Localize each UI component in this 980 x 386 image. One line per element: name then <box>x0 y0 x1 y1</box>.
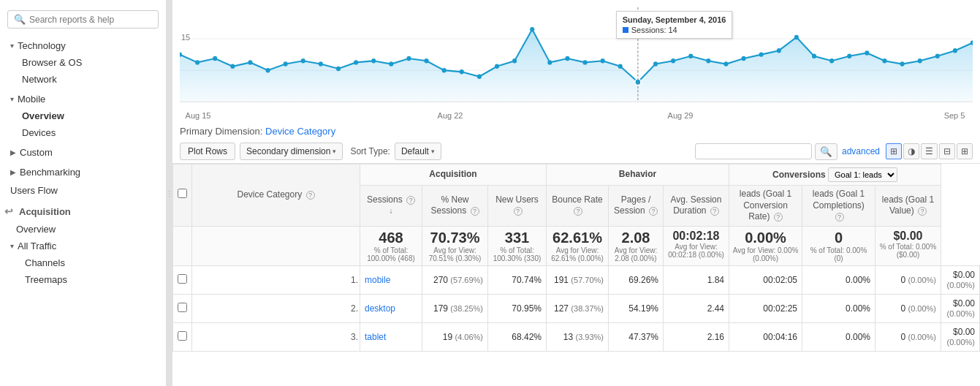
row-pct-new-mobile: 70.74% <box>488 265 547 294</box>
help-icon[interactable]: ? <box>774 213 783 222</box>
conversions-header: Conversions Goal 1: leads <box>729 164 941 186</box>
svg-point-41 <box>847 54 851 58</box>
sidebar-item-technology[interactable]: ▾ Technology <box>0 37 166 54</box>
table-search-button[interactable]: 🔍 <box>815 143 837 160</box>
totals-avg-session: 00:02:18 Avg for View: 00:02:18 (0.00%) <box>664 226 729 265</box>
row-bounce-desktop: 54.19% <box>609 294 664 322</box>
row-dim-tablet[interactable]: tablet <box>360 322 422 351</box>
svg-point-23 <box>530 27 534 31</box>
svg-point-28 <box>618 64 623 69</box>
arrow-right-icon: ▶ <box>10 168 16 176</box>
row-checkbox[interactable] <box>178 274 187 284</box>
sidebar-item-devices[interactable]: Devices <box>0 124 166 141</box>
row-new-users-desktop: 127 (38.37%) <box>547 294 609 322</box>
sort-default-dropdown[interactable]: Default ▾ <box>395 143 441 160</box>
bounce-rate-col-header: Bounce Rate ? <box>547 186 609 227</box>
arrow-icon: ▾ <box>10 95 14 103</box>
help-icon[interactable]: ? <box>649 207 658 216</box>
row-new-users-mobile: 191 (57.70%) <box>547 265 609 294</box>
select-all-header[interactable] <box>173 164 192 227</box>
totals-leads-rate: 0.00% Avg for View: 0.00% (0.00%) <box>729 226 802 265</box>
xaxis-label-3: Sep 5 <box>936 111 973 120</box>
svg-point-4 <box>195 60 200 64</box>
row-pct-new-tablet: 68.42% <box>488 322 547 351</box>
help-icon[interactable]: ? <box>710 207 719 216</box>
row-sessions-mobile: 270 (57.69%) <box>422 265 488 294</box>
row-dim-mobile[interactable]: mobile <box>360 265 422 294</box>
sidebar-item-label: Devices <box>22 127 56 138</box>
row-leads-comp-desktop: 0 (0.00%) <box>875 294 941 322</box>
chart-container: 15 <box>180 7 973 110</box>
sidebar-item-mobile[interactable]: ▾ Mobile <box>0 91 166 107</box>
select-all-checkbox[interactable] <box>178 189 187 198</box>
search-box[interactable]: 🔍 <box>7 10 159 29</box>
sidebar-section-technology: ▾ Technology Browser & OS Network <box>0 36 166 89</box>
svg-point-19 <box>460 69 464 74</box>
row-checkbox[interactable] <box>178 303 187 312</box>
sidebar-item-overview[interactable]: Overview <box>0 107 166 124</box>
sidebar-resize-handle[interactable]: ⋮ <box>167 0 172 386</box>
view-pivot-button[interactable]: ⊞ <box>957 143 973 159</box>
svg-point-44 <box>900 61 905 66</box>
help-icon[interactable]: ? <box>574 207 582 216</box>
view-compare-button[interactable]: ⊟ <box>939 143 955 159</box>
secondary-dimension-dropdown[interactable]: Secondary dimension ▾ <box>240 143 343 160</box>
view-pie-button[interactable]: ◑ <box>903 143 919 159</box>
sidebar-item-users-flow[interactable]: Users Flow <box>0 182 166 199</box>
secondary-dim-label: Secondary dimension <box>246 146 330 156</box>
svg-point-14 <box>371 58 376 63</box>
chart-y-label: 15 <box>181 33 190 42</box>
help-icon[interactable]: ? <box>835 213 844 222</box>
row-checkbox[interactable] <box>178 331 187 341</box>
svg-point-27 <box>601 58 605 63</box>
sidebar-item-label: Overview <box>16 224 56 235</box>
pages-session-col-header: Pages / Session ? <box>609 186 664 227</box>
search-input[interactable] <box>29 15 152 25</box>
row-checkbox-cell[interactable] <box>173 294 192 322</box>
svg-point-32 <box>688 54 693 58</box>
row-pages-tablet: 2.16 <box>664 322 729 351</box>
row-checkbox-cell[interactable] <box>173 265 192 294</box>
row-sessions-desktop: 179 (38.25%) <box>422 294 488 322</box>
plot-rows-button[interactable]: Plot Rows <box>180 143 235 160</box>
primary-dim-value[interactable]: Device Category <box>265 126 335 137</box>
row-checkbox-cell[interactable] <box>173 322 192 351</box>
view-grid-button[interactable]: ⊞ <box>886 143 902 159</box>
toolbar: Plot Rows Secondary dimension ▾ Sort Typ… <box>172 140 980 164</box>
primary-dimension: Primary Dimension: Device Category <box>172 120 980 140</box>
totals-dim-cell <box>192 226 360 265</box>
svg-point-31 <box>671 58 675 63</box>
sidebar-item-custom[interactable]: ▶ Custom <box>0 144 166 161</box>
svg-point-25 <box>565 56 569 61</box>
sidebar-item-all-traffic[interactable]: ▾ All Traffic <box>0 238 166 254</box>
table-row: 2. desktop 179 (38.25%) 70.95% 127 (38.3… <box>173 294 980 322</box>
help-icon[interactable]: ? <box>918 207 927 216</box>
nav-icon: ↩ <box>4 205 13 217</box>
row-new-users-tablet: 13 (3.93%) <box>547 322 609 351</box>
totals-leads-comp: 0 % of Total: 0.00% (0) <box>802 226 875 265</box>
goal-dropdown[interactable]: Goal 1: leads <box>828 167 897 182</box>
row-dim-desktop[interactable]: desktop <box>360 294 422 322</box>
arrow-icon: ▾ <box>10 42 14 50</box>
sidebar-item-treemaps[interactable]: Treemaps <box>0 271 166 288</box>
sidebar-item-benchmarking[interactable]: ▶ Benchmarking <box>0 164 166 181</box>
sidebar-item-channels[interactable]: Channels <box>0 254 166 271</box>
sidebar-item-acq-overview[interactable]: Overview <box>0 221 166 238</box>
table-search-input[interactable] <box>695 143 812 159</box>
sidebar-item-browser-os[interactable]: Browser & OS <box>0 54 166 71</box>
view-list-button[interactable]: ☰ <box>921 143 938 159</box>
svg-point-7 <box>248 60 252 64</box>
svg-point-16 <box>406 56 411 61</box>
help-icon[interactable]: ? <box>306 191 315 200</box>
sidebar-item-acquisition[interactable]: ↩ Acquisition <box>0 202 166 221</box>
help-icon[interactable]: ? <box>406 196 415 205</box>
help-icon[interactable]: ? <box>514 207 523 216</box>
sort-icon[interactable]: ↓ <box>390 207 393 215</box>
sidebar-item-label: Treemaps <box>25 274 67 285</box>
advanced-link[interactable]: advanced <box>842 146 880 156</box>
row-bounce-mobile: 69.26% <box>609 265 664 294</box>
sidebar-section-mobile: ▾ Mobile Overview Devices <box>0 89 166 143</box>
sidebar-item-network[interactable]: Network <box>0 71 166 88</box>
sidebar-item-label: Users Flow <box>10 185 58 196</box>
help-icon[interactable]: ? <box>471 207 479 216</box>
